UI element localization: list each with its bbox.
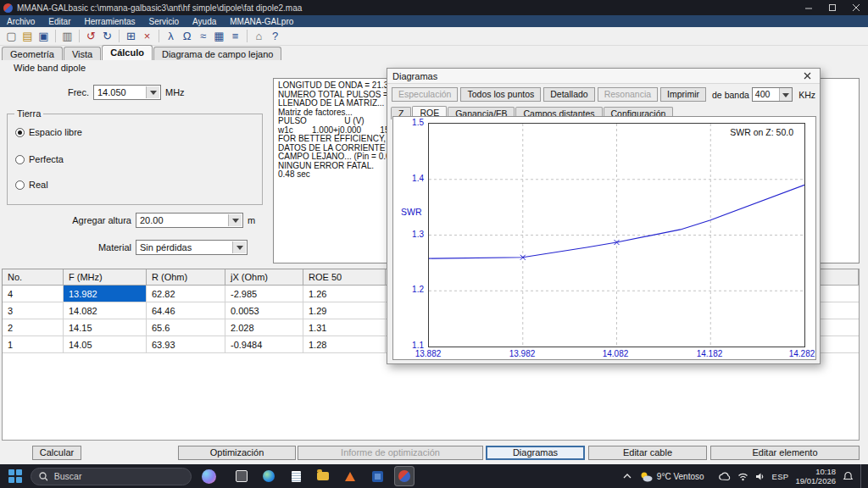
tab-geometria[interactable]: Geometría <box>2 47 63 60</box>
cell-r[interactable]: 63.93 <box>147 336 225 353</box>
hidden-icons-chevron-icon[interactable] <box>622 473 632 480</box>
cell-f-selected[interactable]: 13.982 <box>64 286 147 302</box>
show-desktop-button[interactable] <box>860 464 865 488</box>
chevron-down-icon[interactable] <box>146 86 159 98</box>
x-tick: 14.182 <box>690 349 729 358</box>
menu-archivo[interactable]: Archivo <box>0 17 42 26</box>
tab-diagrama-campo-lejano[interactable]: Diagrama de campo lejano <box>153 47 281 60</box>
tab-calculo[interactable]: Cálculo <box>102 45 153 60</box>
edge-browser-icon[interactable] <box>259 466 279 486</box>
wifi-icon[interactable] <box>737 472 748 481</box>
help-icon[interactable]: ? <box>267 29 283 43</box>
list-icon[interactable]: ≡ <box>227 29 243 43</box>
radio-icon[interactable] <box>15 128 25 137</box>
maximize-button[interactable] <box>821 0 844 15</box>
menu-servicio[interactable]: Servicio <box>142 17 186 26</box>
cell-f[interactable]: 14.15 <box>64 319 147 336</box>
impedance-icon[interactable]: Ω <box>179 29 195 43</box>
cell-jx[interactable]: -2.985 <box>225 286 303 302</box>
dialog-title-bar[interactable]: Diagramas <box>387 69 820 84</box>
minimize-button[interactable] <box>797 0 821 15</box>
cell-roe[interactable]: 1.31 <box>303 319 386 336</box>
language-indicator[interactable]: ESP <box>772 472 789 481</box>
task-view-icon[interactable] <box>231 466 252 486</box>
material-combo[interactable]: Sin pérdidas <box>136 240 248 255</box>
col-header-f[interactable]: F (MHz) <box>64 269 147 286</box>
cell-no[interactable]: 2 <box>3 319 64 336</box>
cell-no[interactable]: 4 <box>3 286 64 302</box>
editar-elemento-button[interactable]: Editar elemento <box>710 446 860 460</box>
weather-widget[interactable]: 9°C Ventoso <box>639 471 704 482</box>
wave-icon[interactable]: ≈ <box>195 29 211 43</box>
toolbar-separator <box>119 30 120 42</box>
cell-roe[interactable]: 1.28 <box>303 336 386 353</box>
print-icon[interactable]: ▥ <box>59 29 75 43</box>
menu-ayuda[interactable]: Ayuda <box>186 17 223 26</box>
delete-icon[interactable]: × <box>139 29 155 43</box>
clock[interactable]: 10:18 19/01/2026 <box>795 467 836 485</box>
col-header-jx[interactable]: jX (Ohm) <box>225 269 303 286</box>
calcular-button[interactable]: Calcular <box>32 446 81 460</box>
col-header-r[interactable]: R (Ohm) <box>147 269 225 286</box>
word-icon[interactable] <box>367 466 387 486</box>
table-icon[interactable]: ▦ <box>211 29 227 43</box>
title-bar[interactable]: MMANA-GALbasic c:\mmana-galbasic3\ant\hf… <box>0 0 868 15</box>
cell-r[interactable]: 65.6 <box>147 319 225 336</box>
chevron-down-icon[interactable] <box>779 88 792 101</box>
tab-vista[interactable]: Vista <box>64 47 101 60</box>
media-player-icon[interactable] <box>340 466 360 486</box>
redo-icon[interactable]: ↻ <box>99 29 115 43</box>
detallado-button[interactable]: Detallado <box>543 87 594 102</box>
grid-edit-icon[interactable]: ⊞ <box>123 29 139 43</box>
search-input[interactable] <box>53 470 183 482</box>
chevron-down-icon[interactable] <box>232 241 246 253</box>
diagramas-button[interactable]: Diagramas <box>486 446 585 460</box>
height-combo[interactable]: 20.00 <box>136 213 243 228</box>
cell-f[interactable]: 14.05 <box>64 336 147 353</box>
chevron-down-icon[interactable] <box>228 214 242 226</box>
wavelength-icon[interactable]: λ <box>163 29 179 43</box>
menu-mmana-galpro[interactable]: MMANA-GALpro <box>223 17 300 26</box>
editar-cable-button[interactable]: Editar cable <box>588 446 707 460</box>
menu-herramientas[interactable]: Herramientas <box>77 17 142 26</box>
bandwidth-combo[interactable]: 400 <box>752 87 793 102</box>
onedrive-cloud-icon[interactable] <box>718 472 731 481</box>
radio-icon[interactable] <box>15 180 25 190</box>
imprimir-button[interactable]: Imprimir <box>660 87 706 102</box>
windows-start-icon[interactable] <box>8 469 22 483</box>
cell-r[interactable]: 62.82 <box>147 286 225 302</box>
home-icon[interactable]: ⌂ <box>251 29 267 43</box>
radio-perfecta[interactable]: Perfecta <box>15 154 64 164</box>
todos-los-puntos-button[interactable]: Todos los puntos <box>460 87 541 102</box>
cell-r[interactable]: 64.46 <box>147 302 225 319</box>
notifications-bell-icon[interactable] <box>843 471 854 482</box>
radio-espacio-libre[interactable]: Espacio libre <box>15 127 82 137</box>
cell-f[interactable]: 14.082 <box>64 302 147 319</box>
cell-jx[interactable]: -0.9484 <box>225 336 303 353</box>
optimizacion-button[interactable]: Optimización <box>178 446 296 460</box>
cell-roe[interactable]: 1.29 <box>303 302 386 319</box>
save-icon[interactable]: ▣ <box>36 29 52 43</box>
copilot-icon[interactable] <box>202 469 216 484</box>
close-button[interactable] <box>844 0 868 15</box>
radio-icon[interactable] <box>15 155 25 164</box>
undo-icon[interactable]: ↺ <box>83 29 99 43</box>
cell-jx[interactable]: 0.0053 <box>225 302 303 319</box>
new-file-icon[interactable]: ▢ <box>3 29 19 43</box>
cell-no[interactable]: 3 <box>3 302 64 319</box>
mmana-app-icon[interactable] <box>394 466 415 486</box>
close-icon[interactable] <box>799 70 815 82</box>
notepad-icon[interactable] <box>286 466 306 486</box>
col-header-roe[interactable]: ROE 50 <box>303 269 386 286</box>
taskbar-search[interactable] <box>31 468 192 485</box>
cell-jx[interactable]: 2.028 <box>225 319 303 336</box>
cell-no[interactable]: 1 <box>3 336 64 353</box>
radio-real[interactable]: Real <box>15 180 48 190</box>
file-explorer-icon[interactable] <box>313 466 333 486</box>
cell-roe[interactable]: 1.26 <box>303 286 386 302</box>
volume-icon[interactable] <box>755 472 765 481</box>
menu-editar[interactable]: Editar <box>42 17 77 26</box>
col-header-no[interactable]: No. <box>3 269 64 286</box>
frequency-combo[interactable]: 14.050 <box>93 85 161 100</box>
open-file-icon[interactable]: ▤ <box>19 29 36 43</box>
